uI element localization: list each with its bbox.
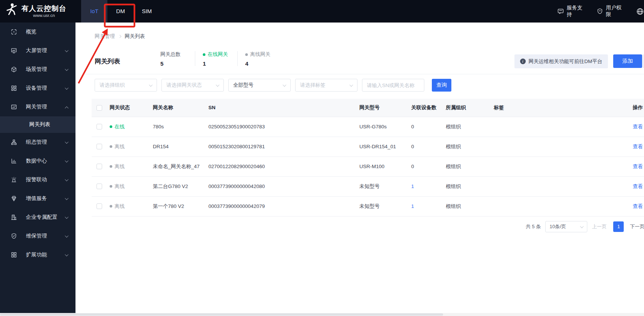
org-name: 根组织 — [443, 117, 491, 137]
topbar: 有人云控制台 www.usr.cn IoT DM SIM 服务支持 — [0, 0, 644, 23]
table-header-row: 网关状态 网关名称 SN 网关型号 关联设备数 所属组织 标签 操作 — [92, 99, 644, 117]
building-icon — [11, 214, 17, 221]
tab-sim[interactable]: SIM — [134, 0, 160, 23]
gateway-icon — [11, 104, 17, 110]
clipped-button-sliver — [642, 54, 644, 68]
device-count: 0 — [408, 137, 443, 156]
chevron-down-icon — [580, 224, 584, 228]
tab-dm[interactable]: DM — [107, 0, 134, 23]
select-all-checkbox[interactable] — [97, 105, 102, 111]
info-icon: i — [520, 59, 526, 64]
view-link[interactable]: 查看 — [633, 144, 643, 149]
chevron-down-icon — [65, 178, 69, 181]
gateway-model: 未知型号 — [356, 176, 408, 196]
gateway-tag — [491, 156, 560, 176]
sidebar-item-gateway[interactable]: 网关管理 — [0, 98, 75, 116]
main-content: 网关管理 网关列表 网关列表 网关总数 5 在线网关 1 离线网关 4 i 网关… — [75, 23, 644, 313]
tag-select[interactable]: 请选择标签 — [295, 79, 357, 92]
query-button[interactable]: 查询 — [432, 79, 451, 92]
sidebar-item-label: 场景管理 — [26, 66, 47, 73]
gateway-table: 网关状态 网关名称 SN 网关型号 关联设备数 所属组织 标签 操作 在线 78… — [92, 99, 644, 217]
sidebar-item-scene[interactable]: 场景管理 — [0, 60, 75, 79]
row-checkbox[interactable] — [97, 144, 102, 149]
sidebar-item-label: 增值服务 — [26, 195, 47, 202]
view-link[interactable]: 查看 — [633, 184, 643, 189]
view-link[interactable]: 查看 — [633, 124, 643, 129]
add-gateway-button[interactable]: 添加 — [613, 54, 642, 68]
tab-iot[interactable]: IoT — [81, 0, 107, 23]
sidebar-item-config[interactable]: 组态管理 — [0, 133, 75, 152]
model-select[interactable]: 全部型号 — [228, 79, 291, 92]
view-link[interactable]: 查看 — [633, 203, 643, 209]
sn-search-input[interactable] — [362, 79, 424, 92]
gateway-name: DR154 — [150, 137, 205, 156]
gateway-model: 未知型号 — [356, 196, 408, 216]
device-count-link[interactable]: 1 — [411, 203, 414, 209]
logo[interactable]: 有人云控制台 www.usr.cn — [0, 0, 75, 23]
col-model: 网关型号 — [356, 99, 408, 117]
gateway-model: USR-G780s — [356, 117, 408, 137]
chat-icon — [557, 8, 564, 15]
prev-page-button[interactable]: 上一页 — [592, 223, 606, 230]
row-checkbox[interactable] — [97, 124, 102, 129]
sidebar-item-vas[interactable]: 增值服务 — [0, 189, 75, 208]
status-badge: 离线 — [110, 143, 125, 150]
stat-offline-value: 4 — [245, 60, 272, 67]
breadcrumb-parent[interactable]: 网关管理 — [95, 33, 115, 40]
sidebar-item-datacenter[interactable]: 数据中心 — [0, 152, 75, 170]
header-divider — [84, 74, 644, 74]
gateway-tag — [491, 196, 560, 216]
page-size-select[interactable]: 10条/页 — [545, 221, 587, 232]
service-support-link[interactable]: 服务支持 — [557, 5, 587, 18]
row-checkbox[interactable] — [97, 184, 102, 189]
chevron-up-icon — [65, 106, 69, 110]
sidebar-item-alarm[interactable]: 报警联动 — [0, 170, 75, 189]
device-count-link[interactable]: 1 — [411, 184, 414, 189]
chevron-right-icon — [118, 35, 121, 38]
gateway-tag — [491, 176, 560, 196]
app-title: 有人云控制台 — [21, 5, 66, 13]
sidebar-item-overview[interactable]: 概览 — [0, 23, 75, 41]
stat-total-value: 5 — [160, 60, 187, 67]
table-row: 离线 第二台G780 V2 00037739000000042080 未知型号 … — [92, 176, 644, 196]
chevron-down-icon — [283, 83, 287, 87]
org-name: 根组织 — [443, 196, 491, 216]
col-action: 操作 — [560, 99, 644, 117]
chevron-down-icon — [65, 234, 69, 238]
gateway-status-select[interactable]: 请选择网关状态 — [161, 79, 224, 92]
alarm-icon — [11, 176, 17, 183]
offline-dot — [245, 53, 248, 56]
chevron-down-icon — [149, 83, 153, 87]
pagination: 共 5 条 10条/页 上一页 1 下一页 — [526, 221, 644, 232]
org-select[interactable]: 请选择组织 — [95, 79, 157, 92]
sidebar-item-bigscreen[interactable]: 大屏管理 — [0, 41, 75, 60]
sidebar-subitem-gateway-list[interactable]: 网关列表 — [0, 116, 75, 133]
stat-online-value: 1 — [203, 60, 230, 67]
gateway-sn: 02700122082900020460 — [205, 156, 356, 176]
topbar-right: 服务支持 用户权限 — [557, 0, 644, 23]
chevron-down-icon — [65, 159, 69, 163]
scrollbar-thumb[interactable] — [0, 313, 443, 316]
filter-bar: 请选择组织 请选择网关状态 全部型号 请选择标签 查询 — [95, 79, 451, 92]
row-checkbox[interactable] — [97, 164, 102, 169]
gateway-tag — [491, 137, 560, 156]
sidebar-item-extension[interactable]: 扩展功能 — [0, 245, 75, 264]
sidebar-item-label: 组态管理 — [26, 139, 47, 146]
gem-icon — [11, 195, 17, 202]
sidebar-item-maintenance[interactable]: 维保管理 — [0, 227, 75, 245]
view-link[interactable]: 查看 — [633, 164, 643, 169]
sidebar-item-label: 数据中心 — [26, 158, 47, 164]
user-permission-link[interactable]: 用户权限 — [597, 5, 626, 18]
sidebar-item-label: 企业专属配置 — [26, 214, 57, 221]
sidebar-item-enterprise[interactable]: 企业专属配置 — [0, 208, 75, 227]
gateway-name: 第一个780 V2 — [150, 196, 205, 216]
app-subtitle: www.usr.cn — [21, 13, 66, 18]
status-badge: 离线 — [110, 163, 125, 170]
page-number-1[interactable]: 1 — [613, 221, 624, 232]
next-page-button[interactable]: 下一页 — [630, 223, 644, 230]
device-count: 0 — [408, 117, 443, 137]
globe-icon[interactable] — [636, 8, 644, 15]
chevron-down-icon — [65, 48, 69, 52]
row-checkbox[interactable] — [97, 203, 102, 209]
sidebar-item-device[interactable]: 设备管理 — [0, 79, 75, 98]
